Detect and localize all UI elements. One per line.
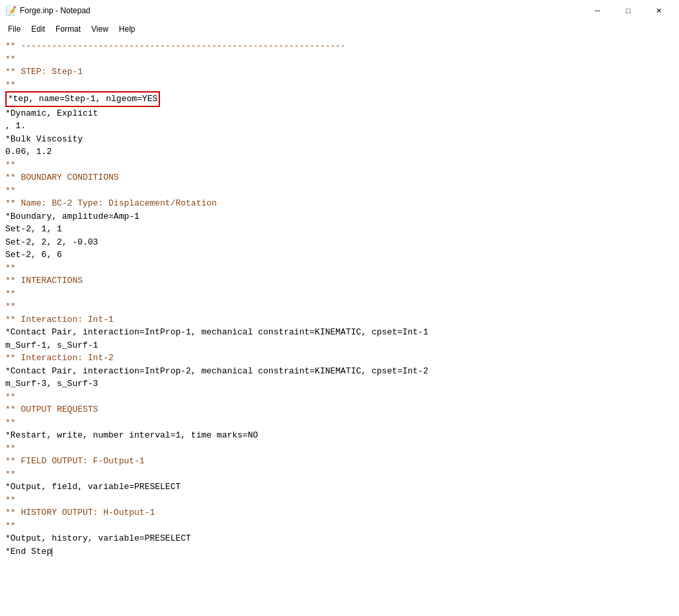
editor-line: *Boundary, amplitude=Amp-1 — [5, 210, 674, 223]
editor-line: ** — [5, 468, 674, 481]
title-bar-left: 📝 Forge.inp - Notepad — [5, 5, 91, 16]
editor-line: ** — [5, 79, 674, 92]
title-bar-text: Forge.inp - Notepad — [20, 6, 91, 15]
highlighted-line: *tep, name=Step-1, nlgeom=YES — [5, 91, 160, 107]
menu-bar: File Edit Format View Help — [0, 21, 679, 37]
menu-file[interactable]: File — [3, 23, 26, 35]
editor-line: ** — [5, 416, 674, 430]
editor-line: *Contact Pair, interaction=IntProp-1, me… — [5, 326, 674, 339]
editor-line: *Bulk Viscosity — [5, 133, 674, 146]
editor-container: ** -------------------------------------… — [0, 37, 679, 616]
close-button[interactable]: ✕ — [643, 1, 674, 20]
menu-format[interactable]: Format — [50, 23, 86, 35]
title-bar: 📝 Forge.inp - Notepad ─ □ ✕ — [0, 0, 679, 21]
editor-line: ** — [5, 262, 674, 275]
editor-line: *End Step — [5, 545, 674, 558]
editor-line: *Contact Pair, interaction=IntProp-2, me… — [5, 365, 674, 378]
editor-line: ** — [5, 288, 674, 301]
editor-line: ** — [5, 300, 674, 313]
editor-line: m_Surf-3, s_Surf-3 — [5, 377, 674, 391]
editor-line: ** OUTPUT REQUESTS — [5, 403, 674, 416]
editor-line: Set-2, 2, 2, -0.03 — [5, 236, 674, 249]
editor-line: *Restart, write, number interval=1, time… — [5, 429, 674, 442]
menu-edit[interactable]: Edit — [26, 23, 50, 35]
editor-line: , 1. — [5, 120, 674, 133]
editor-line: ** BOUNDARY CONDITIONS — [5, 171, 674, 184]
text-cursor — [52, 548, 52, 557]
minimize-button[interactable]: ─ — [582, 1, 613, 20]
menu-help[interactable]: Help — [114, 23, 141, 35]
editor-line: m_Surf-1, s_Surf-1 — [5, 339, 674, 352]
editor-line: ** Interaction: Int-2 — [5, 352, 674, 365]
editor-line: ** — [5, 184, 674, 198]
editor-line: ** Name: BC-2 Type: Displacement/Rotatio… — [5, 197, 674, 210]
editor-line: ** — [5, 53, 674, 66]
editor-line: *Dynamic, Explicit — [5, 107, 674, 120]
editor-line: ** — [5, 442, 674, 455]
maximize-button[interactable]: □ — [613, 1, 643, 20]
menu-view[interactable]: View — [86, 23, 114, 35]
editor-line: ** HISTORY OUTPUT: H-Output-1 — [5, 506, 674, 520]
editor-line: Set-2, 1, 1 — [5, 223, 674, 236]
editor-line: ** — [5, 494, 674, 507]
editor-line: 0.06, 1.2 — [5, 145, 674, 159]
editor-line: *tep, name=Step-1, nlgeom=YES — [5, 91, 674, 107]
editor-line: *Output, field, variable=PRESELECT — [5, 481, 674, 494]
editor-content[interactable]: ** -------------------------------------… — [0, 37, 679, 616]
editor-line: ** INTERACTIONS — [5, 274, 674, 288]
editor-line: ** FIELD OUTPUT: F-Output-1 — [5, 455, 674, 468]
editor-line: ** -------------------------------------… — [5, 40, 674, 53]
editor-line: Set-2, 6, 6 — [5, 249, 674, 262]
editor-line: ** Interaction: Int-1 — [5, 313, 674, 327]
editor-line: *Output, history, variable=PRESELECT — [5, 532, 674, 545]
app-icon: 📝 — [5, 5, 16, 16]
editor-line: ** — [5, 520, 674, 533]
title-bar-controls: ─ □ ✕ — [582, 1, 674, 20]
editor-line: ** — [5, 159, 674, 172]
editor-line: ** — [5, 391, 674, 404]
editor-line: ** STEP: Step-1 — [5, 65, 674, 79]
